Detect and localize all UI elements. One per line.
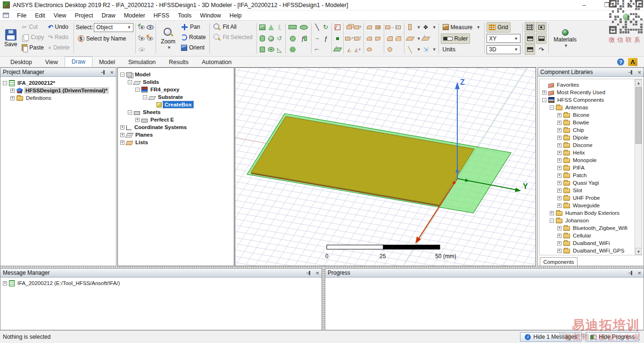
components-tab[interactable]: Components (540, 257, 578, 266)
scroll-up-icon[interactable]: ▲ (635, 79, 642, 86)
scroll-down-icon[interactable]: ▼ (635, 248, 642, 255)
duplicate-mirror-button[interactable]: ◭+ (354, 46, 362, 53)
tree-item[interactable]: Favorites (541, 81, 634, 89)
close-icon[interactable]: × (637, 270, 641, 276)
tab-model[interactable]: Model (92, 57, 122, 67)
draw-plane-button[interactable]: ↑ (334, 46, 341, 53)
detach-faces-button[interactable] (386, 46, 394, 53)
draw-ellipse-button[interactable] (299, 24, 309, 31)
tree-item[interactable]: -FR4_epoxy (119, 86, 233, 93)
duplicate-around-axis-button[interactable]: ⤴ (354, 35, 362, 42)
close-button[interactable]: ✕ (626, 1, 633, 8)
expander-icon[interactable]: + (557, 121, 561, 125)
paste-button[interactable]: Paste (20, 42, 46, 53)
orient-button[interactable]: Orient (179, 42, 207, 53)
tree-item[interactable]: +Bicone (541, 111, 634, 119)
draw-circle-button[interactable] (288, 35, 298, 42)
snap-rotate-button[interactable]: ↷ (536, 44, 546, 55)
draw-rectangle-button[interactable] (288, 24, 298, 31)
visibility-dialog-button[interactable] (146, 24, 154, 31)
fit-selected-button[interactable]: Fit Selected (212, 32, 254, 42)
measure-dim-button[interactable] (395, 24, 402, 31)
menu-window[interactable]: Window (196, 11, 225, 20)
draw-sweep-button[interactable]: ◺ (276, 46, 283, 53)
select-by-name-button[interactable]: SSelect by Name (76, 33, 128, 44)
expander-icon[interactable]: + (557, 128, 561, 132)
surface-tools-button[interactable] (406, 35, 414, 42)
tree-item[interactable]: -Sheets (119, 108, 233, 116)
draw-polyhedron-button[interactable] (259, 46, 266, 53)
draw-polyline-button[interactable]: ⌐· (314, 46, 321, 53)
expander-icon[interactable]: - (128, 110, 132, 114)
tree-item[interactable]: -IFA_20200212* (1, 79, 115, 87)
expander-icon[interactable]: + (557, 136, 561, 140)
tab-automation[interactable]: Automation (195, 57, 238, 67)
tree-item[interactable]: +HFSSDesign1 (DrivenTerminal)* (1, 87, 115, 94)
draw-arc-button[interactable]: ↻ (322, 24, 330, 31)
expander-icon[interactable]: + (557, 249, 561, 253)
tab-results[interactable]: Results (162, 57, 195, 67)
tree-item[interactable]: +Bowtie (541, 119, 634, 126)
tree-item[interactable]: +Bluetooth_Zigbee_Wifi (541, 224, 634, 232)
tree-item[interactable]: +Slot (541, 187, 634, 194)
menu-project[interactable]: Project (71, 11, 98, 20)
show-selected-visibility-button[interactable]: ✔ (138, 24, 145, 31)
expander-icon[interactable]: + (557, 173, 561, 178)
expander-icon[interactable]: - (120, 73, 124, 77)
tree-item[interactable]: -HFSS Components (541, 96, 634, 104)
draw-box-button[interactable] (259, 24, 266, 31)
expander-icon[interactable]: - (143, 95, 147, 99)
save-button[interactable]: Save (1, 22, 20, 55)
materials-dropdown[interactable]: Materials ▼ (551, 22, 579, 55)
expander-icon[interactable]: + (557, 158, 561, 163)
restore-button[interactable]: ❐ (603, 1, 610, 8)
pin-icon[interactable] (306, 270, 312, 276)
show-all-visibility-button[interactable]: ✔ (138, 35, 145, 42)
hide-all-visibility-button[interactable] (138, 46, 145, 53)
snap-vertex-toggle[interactable] (536, 22, 546, 33)
tree-item[interactable]: +Lists (119, 139, 233, 146)
expander-icon[interactable]: + (120, 125, 124, 130)
expander-icon[interactable]: + (550, 211, 554, 215)
select-mode-dropdown[interactable]: Object▼ (94, 23, 133, 32)
substrate-3d-object[interactable] (251, 116, 474, 205)
intersect-button[interactable] (366, 35, 373, 42)
pin-icon[interactable] (628, 70, 634, 75)
help-icon[interactable]: ? (617, 58, 624, 65)
close-icon[interactable]: × (110, 69, 114, 75)
move-cs-button[interactable]: ⇲ (422, 46, 429, 53)
cut-button[interactable]: ✂Cut (20, 22, 46, 32)
expander-icon[interactable]: + (10, 96, 15, 100)
ruler-toggle[interactable]: Ruler (441, 33, 471, 44)
draw-point-button[interactable] (334, 35, 341, 42)
draw-equation-surface-button[interactable]: ƒ (299, 35, 309, 42)
hide-messages-button[interactable]: i Hide 1 Messages (520, 332, 582, 342)
expander-icon[interactable]: + (542, 90, 546, 95)
zoom-button[interactable]: Zoom ▼ (158, 22, 178, 55)
delete-button[interactable]: ×Delete (46, 42, 71, 53)
snap-edge-toggle[interactable] (525, 33, 535, 44)
tree-item[interactable]: -Model (119, 71, 233, 78)
tree-item[interactable]: +Helix (541, 149, 634, 156)
units-button[interactable]: Units (441, 44, 457, 55)
drawing-mode-dropdown[interactable]: 3D▼ (487, 45, 520, 54)
sweep-vector-button[interactable]: → (386, 24, 394, 31)
tree-item[interactable]: +Monopole (541, 156, 634, 164)
scrollbar-thumb[interactable] (636, 87, 642, 144)
draw-equation-curve-button[interactable]: ƒ (322, 35, 330, 42)
drawing-plane-dropdown[interactable]: XY▼ (487, 34, 520, 43)
expander-icon[interactable]: + (10, 89, 15, 93)
rotate-button[interactable]: Rotate (179, 32, 207, 42)
modeler-3d-viewport[interactable]: Z Y 0 25 50 (mm) (235, 67, 536, 266)
expander-icon[interactable]: + (557, 226, 561, 230)
minimize-button[interactable]: – (581, 1, 587, 8)
menu-view[interactable]: View (50, 11, 71, 20)
expander-icon[interactable]: + (557, 234, 561, 238)
cs-tools-button[interactable]: ✥ (422, 24, 429, 31)
tree-item[interactable]: +Dualband_WiFi_GPS (541, 247, 634, 254)
menu-tools[interactable]: Tools (173, 11, 196, 20)
tree-item[interactable]: +Cellular (541, 232, 634, 239)
tree-item[interactable]: +PIFA (541, 164, 634, 172)
thicken-sheet-button[interactable] (406, 24, 414, 31)
draw-cone-button[interactable] (267, 24, 275, 31)
